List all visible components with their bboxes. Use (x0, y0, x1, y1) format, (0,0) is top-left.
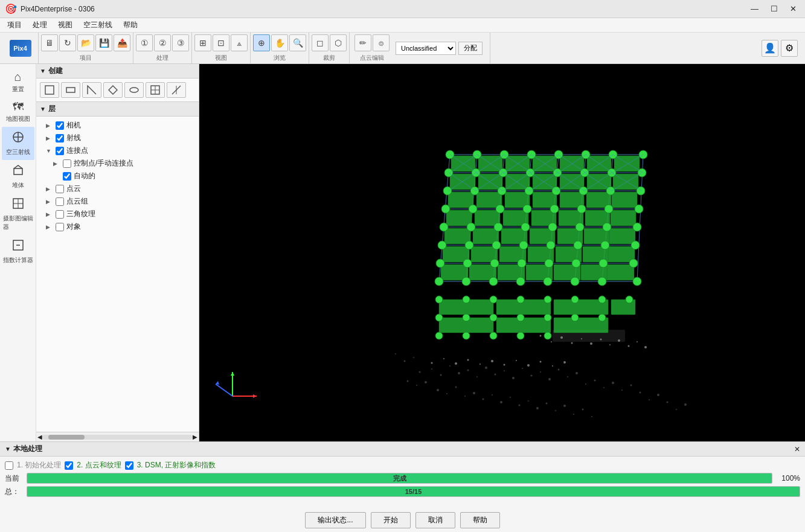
camera-toggle[interactable]: ▶ (46, 123, 53, 129)
titlebar: 🎯 Pix4Denterprise - 0306 — ☐ ✕ (0, 0, 805, 18)
tb-view-top[interactable]: ⊡ (213, 34, 229, 51)
create-tool-1[interactable] (40, 82, 59, 98)
maximize-btn[interactable]: ☐ (767, 3, 781, 14)
tiepoints-checkbox[interactable] (56, 147, 64, 155)
scroll-right-btn[interactable]: ▶ (193, 434, 197, 440)
menu-project[interactable]: 项目 (2, 19, 27, 31)
hscroll-track[interactable] (42, 435, 193, 440)
layer-pcgroup[interactable]: ▶ 点云组 (36, 195, 199, 208)
svg-point-12 (130, 88, 138, 92)
tb-process2[interactable]: ② (154, 34, 171, 51)
layer-camera[interactable]: ▶ 相机 (36, 119, 199, 132)
menu-ray[interactable]: 空三射线 (79, 19, 117, 31)
pc-checkbox[interactable] (56, 185, 64, 193)
bottom-close-btn[interactable]: ✕ (794, 445, 800, 453)
tb-pce-select[interactable]: ✏ (354, 34, 371, 51)
layer-auto[interactable]: 自动的 (36, 170, 199, 182)
viewport[interactable] (199, 64, 805, 441)
create-tool-6[interactable] (146, 82, 165, 98)
pc-toggle[interactable]: ▶ (46, 186, 53, 192)
svg-point-207 (547, 241, 555, 249)
tb-view-persp[interactable]: ⟁ (231, 34, 248, 51)
tiepoints-label: 连接点 (66, 146, 196, 156)
close-btn[interactable]: ✕ (786, 3, 800, 14)
create-tool-2[interactable] (61, 82, 80, 98)
layers-header[interactable]: ▼ 层 (36, 102, 199, 117)
mesh-checkbox[interactable] (56, 210, 64, 219)
obj-checkbox[interactable] (56, 223, 64, 231)
help-btn[interactable]: 帮助 (460, 512, 500, 528)
settings-btn[interactable]: ⚙ (781, 40, 798, 57)
mesh-toggle[interactable]: ▶ (46, 211, 53, 217)
hscroll-thumb[interactable] (48, 435, 85, 440)
layer-control-points[interactable]: ▶ 控制点/手动连接点 (36, 157, 199, 170)
svg-point-75 (443, 358, 444, 359)
pce-assign-btn[interactable]: 分配 (458, 42, 483, 55)
tb-process1[interactable]: ① (136, 34, 153, 51)
layer-objects[interactable]: ▶ 对象 (36, 220, 199, 233)
camera-checkbox[interactable] (56, 121, 64, 130)
sidebar-item-map[interactable]: 🗺 地图视图 (2, 97, 34, 127)
scroll-left-btn[interactable]: ◀ (37, 434, 42, 440)
tb-pce-lasso[interactable]: ⌾ (373, 34, 390, 51)
tb-process3[interactable]: ③ (172, 34, 189, 51)
step3-checkbox[interactable] (125, 461, 133, 470)
svg-point-84 (552, 365, 553, 367)
auto-checkbox[interactable] (63, 172, 71, 181)
pcg-toggle[interactable]: ▶ (46, 199, 53, 205)
output-status-btn[interactable]: 输出状态... (305, 512, 365, 528)
start-btn[interactable]: 开始 (371, 512, 411, 528)
create-header[interactable]: ▼ 创建 (36, 64, 199, 79)
camera-label: 相机 (66, 120, 196, 130)
svg-point-92 (600, 339, 602, 341)
cancel-btn[interactable]: 取消 (415, 512, 455, 528)
tb-new-project[interactable]: 🖥 (41, 34, 58, 51)
sidebar-item-home[interactable]: ⌂ 重置 (2, 66, 34, 97)
ctrl-toggle[interactable]: ▶ (53, 161, 60, 167)
sidebar-item-ray[interactable]: 空三射线 (2, 127, 34, 160)
step2-checkbox[interactable] (65, 461, 73, 470)
menu-view[interactable]: 视图 (53, 19, 77, 31)
tb-clip-box[interactable]: ◻ (312, 34, 329, 51)
bottom-buttons: 输出状态... 开始 取消 帮助 (0, 508, 805, 532)
sidebar-item-ortho[interactable]: 摄影图编辑器 (2, 193, 34, 235)
user-profile-btn[interactable]: 👤 (762, 40, 778, 57)
tb-export[interactable]: 📤 (114, 34, 130, 51)
sidebar-item-index[interactable]: 指数计算器 (2, 235, 34, 268)
svg-rect-3 (14, 168, 22, 175)
tb-zoom-in[interactable]: 🔍 (289, 34, 306, 51)
pcg-checkbox[interactable] (56, 197, 64, 206)
menu-help[interactable]: 帮助 (118, 19, 143, 31)
tb-clip-poly[interactable]: ⬡ (330, 34, 347, 51)
layer-tiepoints[interactable]: ▼ 连接点 (36, 144, 199, 157)
menu-process[interactable]: 处理 (28, 19, 52, 31)
create-tool-4[interactable] (103, 82, 123, 98)
tb-save[interactable]: 💾 (95, 34, 112, 51)
left-panel-scrollbar[interactable]: ◀ ▶ (36, 432, 199, 441)
obj-toggle[interactable]: ▶ (46, 224, 53, 230)
tb-view-fit[interactable]: ⊞ (194, 34, 211, 51)
create-tool-5[interactable] (124, 82, 144, 98)
ctrl-checkbox[interactable] (63, 159, 71, 168)
create-tool-7[interactable] (167, 82, 186, 98)
titlebar-controls[interactable]: — ☐ ✕ (747, 3, 800, 14)
tb-rotate[interactable]: ↻ (59, 34, 76, 51)
bottom-collapse-arrow[interactable]: ▼ (5, 446, 11, 452)
tiepoints-toggle[interactable]: ▼ (46, 148, 53, 154)
tb-open[interactable]: 📂 (77, 34, 94, 51)
create-tool-3[interactable] (82, 82, 101, 98)
sidebar-item-solid[interactable]: 堆体 (2, 160, 34, 193)
svg-point-51 (473, 392, 475, 394)
menubar: 项目 处理 视图 空三射线 帮助 (0, 18, 805, 33)
ray-toggle[interactable]: ▶ (46, 135, 53, 141)
pce-class-select[interactable]: Unclassified Ground Vegetation Buildings (396, 42, 456, 55)
minimize-btn[interactable]: — (747, 3, 762, 14)
step1-checkbox[interactable] (5, 461, 13, 470)
layer-ray[interactable]: ▶ 射线 (36, 132, 199, 144)
tb-cursor[interactable]: ⊕ (253, 34, 270, 51)
layer-mesh[interactable]: ▶ 三角纹理 (36, 208, 199, 220)
layer-pointcloud[interactable]: ▶ 点云 (36, 182, 199, 195)
auto-toggle[interactable] (53, 173, 60, 179)
tb-pan[interactable]: ✋ (271, 34, 288, 51)
ray-checkbox[interactable] (56, 134, 64, 143)
